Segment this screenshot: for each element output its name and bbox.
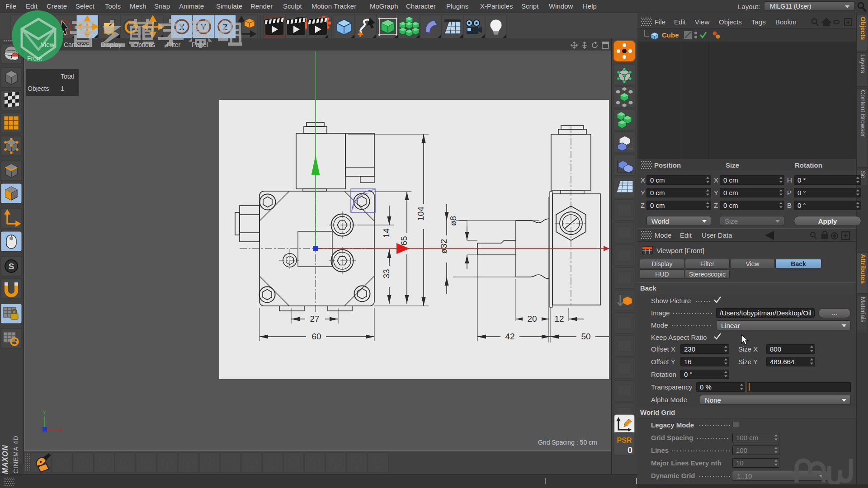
svg-text:20: 20 bbox=[527, 314, 537, 324]
svg-text:50: 50 bbox=[581, 332, 590, 341]
svg-text:65: 65 bbox=[399, 236, 409, 245]
svg-text:PSR: PSR bbox=[617, 436, 632, 444]
svg-text:104: 104 bbox=[416, 206, 425, 221]
svg-text:ø32: ø32 bbox=[439, 239, 448, 254]
svg-text:33: 33 bbox=[382, 269, 391, 278]
svg-text:0: 0 bbox=[627, 445, 632, 455]
svg-text:60: 60 bbox=[311, 332, 321, 341]
svg-text:X: X bbox=[179, 23, 184, 32]
svg-text:ø8: ø8 bbox=[448, 216, 458, 226]
svg-text:S: S bbox=[9, 262, 14, 271]
svg-text:14: 14 bbox=[382, 228, 391, 238]
svg-text:Z: Z bbox=[223, 23, 228, 32]
svg-text:27: 27 bbox=[310, 314, 319, 324]
svg-text:Y: Y bbox=[201, 23, 206, 32]
svg-text:42: 42 bbox=[505, 332, 514, 341]
svg-text:12: 12 bbox=[554, 314, 564, 324]
